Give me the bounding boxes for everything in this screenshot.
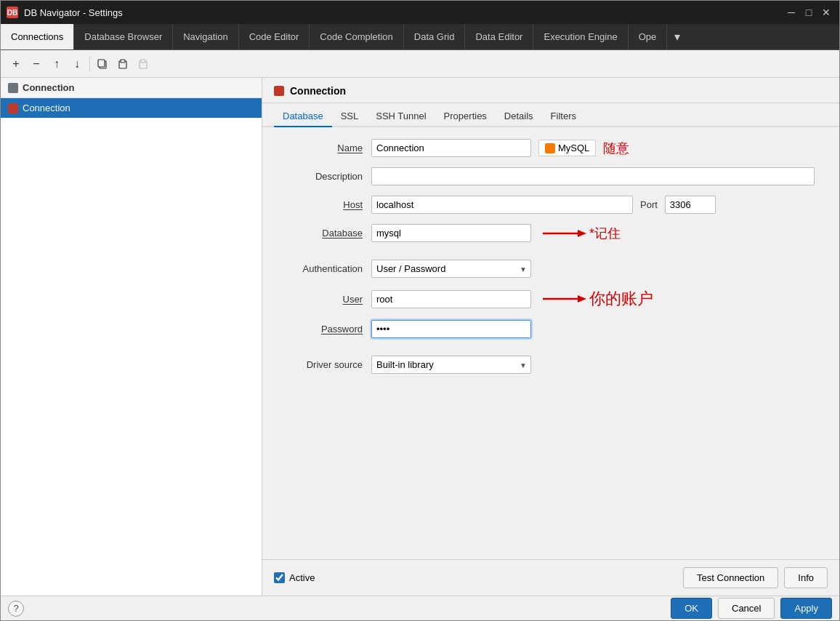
active-checkbox-group: Active bbox=[274, 572, 315, 583]
title-bar-left: DB DB Navigator - Settings bbox=[7, 7, 123, 18]
disabled-button bbox=[134, 55, 153, 73]
inner-tab-properties[interactable]: Properties bbox=[435, 106, 496, 127]
add-connection-button[interactable]: + bbox=[7, 55, 25, 73]
tab-code-completion[interactable]: Code Completion bbox=[310, 24, 403, 49]
svg-rect-1 bbox=[98, 60, 105, 67]
tab-navigation[interactable]: Navigation bbox=[173, 24, 238, 49]
authentication-select[interactable]: User / Password No Auth OS Credentials bbox=[371, 260, 531, 278]
active-checkbox[interactable] bbox=[274, 572, 285, 583]
tab-data-grid[interactable]: Data Grid bbox=[404, 24, 466, 49]
database-row: Database *记住 bbox=[277, 224, 825, 242]
app-icon: DB bbox=[7, 7, 18, 18]
help-button[interactable]: ? bbox=[8, 601, 24, 617]
mysql-icon bbox=[545, 143, 555, 153]
host-input[interactable] bbox=[371, 196, 633, 214]
password-input[interactable] bbox=[371, 320, 531, 338]
detail-header-icon bbox=[274, 86, 284, 96]
title-bar: DB DB Navigator - Settings ─ □ ✕ bbox=[1, 1, 839, 24]
maximize-button[interactable]: □ bbox=[801, 5, 816, 20]
driver-source-select[interactable]: Built-in library Custom bbox=[371, 356, 531, 374]
inner-tabs: Database SSL SSH Tunnel Properties Detai… bbox=[262, 106, 839, 127]
sidebar-header-label: Connection bbox=[23, 82, 75, 93]
inner-tab-filters[interactable]: Filters bbox=[542, 106, 585, 127]
svg-marker-9 bbox=[578, 295, 586, 303]
annotation-account: 你的账户 bbox=[543, 288, 653, 310]
sidebar-item-label: Connection bbox=[23, 103, 70, 113]
window-title: DB Navigator - Settings bbox=[24, 7, 123, 18]
paste-button[interactable] bbox=[113, 55, 132, 73]
svg-rect-3 bbox=[121, 60, 125, 63]
tab-execution-engine[interactable]: Execution Engine bbox=[533, 24, 628, 49]
bottom-bar: Active Test Connection Info bbox=[262, 559, 839, 596]
detail-header: Connection bbox=[262, 78, 839, 103]
footer-buttons: OK Cancel Apply bbox=[671, 598, 832, 619]
name-input-group: MySQL 随意 bbox=[371, 139, 629, 157]
database-label: Database bbox=[277, 228, 371, 239]
user-row: User 你的账户 bbox=[277, 288, 825, 310]
minimize-button[interactable]: ─ bbox=[784, 5, 799, 20]
svg-rect-5 bbox=[141, 60, 145, 63]
remove-connection-button[interactable]: − bbox=[27, 55, 46, 73]
info-button[interactable]: Info bbox=[784, 567, 828, 588]
sidebar-item-connection[interactable]: Connection bbox=[1, 98, 262, 118]
close-button[interactable]: ✕ bbox=[819, 5, 833, 20]
toolbar-separator-1 bbox=[89, 57, 90, 71]
move-down-button[interactable]: ↓ bbox=[68, 55, 86, 73]
password-label: Password bbox=[277, 324, 371, 334]
sidebar-connection-icon bbox=[8, 103, 18, 113]
connection-action-buttons: Test Connection Info bbox=[683, 567, 828, 588]
driver-source-row: Driver source Built-in library Custom ▼ bbox=[277, 356, 825, 374]
port-label: Port bbox=[640, 199, 658, 210]
move-up-button[interactable]: ↑ bbox=[47, 55, 66, 73]
apply-button[interactable]: Apply bbox=[780, 598, 832, 619]
tab-ope[interactable]: Ope bbox=[629, 24, 668, 49]
db-type-label: MySQL bbox=[558, 143, 589, 153]
driver-source-select-wrap: Built-in library Custom ▼ bbox=[371, 356, 531, 374]
name-row: Name MySQL 随意 bbox=[277, 139, 825, 157]
main-content: Connection Connection Connection Databas… bbox=[1, 78, 839, 596]
ok-button[interactable]: OK bbox=[671, 598, 712, 619]
tab-data-editor[interactable]: Data Editor bbox=[465, 24, 533, 49]
authentication-select-wrap: User / Password No Auth OS Credentials ▼ bbox=[371, 260, 531, 278]
test-connection-button[interactable]: Test Connection bbox=[683, 567, 778, 588]
inner-tab-ssh-tunnel[interactable]: SSH Tunnel bbox=[367, 106, 435, 127]
copy-button[interactable] bbox=[93, 55, 112, 73]
spacer-1 bbox=[277, 252, 825, 260]
annotation-remember: *记住 bbox=[543, 225, 621, 242]
db-type-selector[interactable]: MySQL bbox=[538, 140, 596, 156]
active-label[interactable]: Active bbox=[289, 572, 315, 583]
name-input[interactable] bbox=[371, 139, 531, 157]
footer-bar: ? OK Cancel Apply bbox=[1, 596, 839, 620]
user-input[interactable] bbox=[371, 290, 531, 308]
svg-marker-7 bbox=[578, 230, 586, 237]
user-label: User bbox=[277, 294, 371, 305]
tab-database-browser[interactable]: Database Browser bbox=[74, 24, 173, 49]
cancel-button[interactable]: Cancel bbox=[718, 598, 775, 619]
database-input[interactable] bbox=[371, 224, 531, 242]
sidebar-header: Connection bbox=[1, 78, 262, 98]
tab-connections[interactable]: Connections bbox=[1, 24, 74, 49]
description-input[interactable] bbox=[371, 167, 815, 185]
inner-tab-ssl[interactable]: SSL bbox=[332, 106, 368, 127]
host-row: Host Port bbox=[277, 196, 825, 214]
spacer-2 bbox=[277, 348, 825, 356]
settings-window: DB DB Navigator - Settings ─ □ ✕ Connect… bbox=[0, 0, 840, 621]
driver-source-label: Driver source bbox=[277, 359, 371, 370]
tab-code-editor[interactable]: Code Editor bbox=[239, 24, 310, 49]
annotation-random: 随意 bbox=[603, 140, 629, 157]
description-label: Description bbox=[277, 171, 371, 182]
name-label: Name bbox=[277, 143, 371, 153]
authentication-row: Authentication User / Password No Auth O… bbox=[277, 260, 825, 278]
sidebar: Connection Connection bbox=[1, 78, 262, 596]
inner-tab-details[interactable]: Details bbox=[496, 106, 542, 127]
detail-panel: Connection Database SSL SSH Tunnel Prope… bbox=[262, 78, 839, 596]
port-input[interactable] bbox=[665, 196, 716, 214]
inner-tab-database[interactable]: Database bbox=[274, 106, 332, 127]
title-controls: ─ □ ✕ bbox=[784, 5, 833, 20]
detail-title: Connection bbox=[290, 85, 346, 103]
tab-more-button[interactable]: ▾ bbox=[667, 24, 687, 49]
tab-bar: Connections Database Browser Navigation … bbox=[1, 24, 839, 50]
host-input-group: Port bbox=[371, 196, 716, 214]
host-label: Host bbox=[277, 199, 371, 210]
form-area: Name MySQL 随意 Description bbox=[262, 127, 839, 559]
